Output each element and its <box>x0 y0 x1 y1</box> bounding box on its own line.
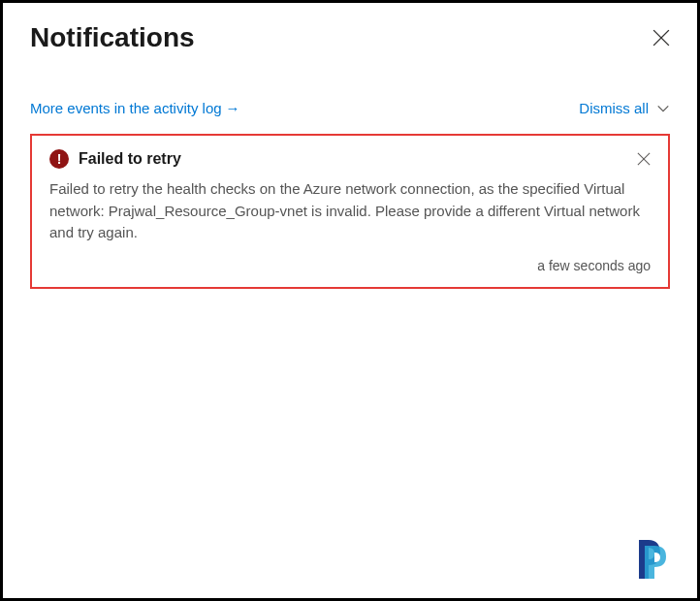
notifications-panel: Notifications More events in the activit… <box>3 3 697 308</box>
dismiss-all-group: Dismiss all <box>579 100 670 116</box>
activity-log-link[interactable]: More events in the activity log → <box>30 100 240 116</box>
panel-title: Notifications <box>30 22 195 53</box>
dismiss-all-link[interactable]: Dismiss all <box>579 100 649 116</box>
actions-row: More events in the activity log → Dismis… <box>30 100 670 116</box>
notification-card: ! Failed to retry Failed to retry the he… <box>30 134 670 289</box>
watermark-logo <box>633 532 687 590</box>
arrow-right-icon: → <box>226 100 240 116</box>
notification-timestamp: a few seconds ago <box>49 258 651 273</box>
notification-message: Failed to retry the health checks on the… <box>49 178 651 244</box>
notification-header: ! Failed to retry <box>49 149 651 169</box>
activity-log-link-text: More events in the activity log <box>30 100 222 116</box>
chevron-down-icon[interactable] <box>656 102 670 115</box>
close-icon[interactable] <box>637 152 651 166</box>
close-icon[interactable] <box>652 29 670 47</box>
notification-title: Failed to retry <box>79 150 627 168</box>
panel-header: Notifications <box>30 22 670 53</box>
error-icon: ! <box>49 149 69 169</box>
